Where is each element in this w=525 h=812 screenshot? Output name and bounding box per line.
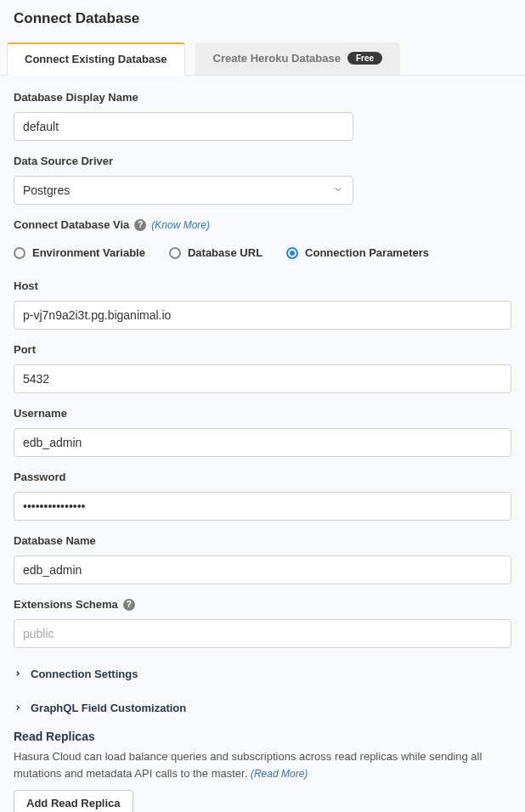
port-input[interactable] xyxy=(14,364,511,393)
tab-create-heroku-label: Create Heroku Database xyxy=(213,52,341,65)
radio-env-var[interactable]: Environment Variable xyxy=(14,246,145,259)
display-name-label: Database Display Name xyxy=(14,91,511,104)
ext-schema-input[interactable] xyxy=(14,619,511,648)
add-read-replica-button[interactable]: Add Read Replica xyxy=(14,790,133,812)
read-more-link[interactable]: (Read More) xyxy=(251,768,308,780)
driver-select[interactable]: Postgres xyxy=(14,176,353,205)
radio-icon xyxy=(14,247,25,259)
username-input[interactable] xyxy=(14,428,511,457)
host-input[interactable] xyxy=(14,301,511,330)
chevron-right-icon xyxy=(14,667,22,680)
connect-via-label: Connect Database Via xyxy=(14,218,129,231)
port-label: Port xyxy=(14,343,511,356)
password-input[interactable] xyxy=(14,492,511,521)
know-more-link[interactable]: (Know More) xyxy=(151,219,210,231)
help-icon[interactable]: ? xyxy=(134,219,146,231)
radio-db-url[interactable]: Database URL xyxy=(169,246,262,259)
chevron-right-icon xyxy=(14,701,22,714)
radio-db-url-label: Database URL xyxy=(188,246,262,259)
help-icon[interactable]: ? xyxy=(123,599,135,611)
read-replicas-desc: Hasura Cloud can load balance queries an… xyxy=(14,748,511,781)
dbname-label: Database Name xyxy=(14,534,511,547)
display-name-input[interactable] xyxy=(14,112,353,141)
tab-connect-existing[interactable]: Connect Existing Database xyxy=(7,42,185,76)
page-title: Connect Database xyxy=(14,10,511,27)
tab-create-heroku[interactable]: Create Heroku Database Free xyxy=(195,42,400,75)
gql-customization-toggle[interactable]: GraphQL Field Customization xyxy=(14,696,511,719)
tab-connect-existing-label: Connect Existing Database xyxy=(25,53,167,65)
radio-icon xyxy=(286,247,298,259)
gql-customization-label: GraphQL Field Customization xyxy=(31,702,186,714)
radio-icon xyxy=(169,247,181,259)
driver-label: Data Source Driver xyxy=(14,155,511,167)
host-label: Host xyxy=(14,279,511,292)
tabs-row: Connect Existing Database Create Heroku … xyxy=(0,31,525,76)
radio-conn-params-label: Connection Parameters xyxy=(305,246,429,259)
dbname-input[interactable] xyxy=(14,555,511,584)
password-label: Password xyxy=(14,471,511,483)
connection-settings-label: Connection Settings xyxy=(31,668,138,680)
connection-settings-toggle[interactable]: Connection Settings xyxy=(14,662,511,685)
read-replicas-title: Read Replicas xyxy=(14,730,511,743)
username-label: Username xyxy=(14,407,511,420)
heroku-free-badge: Free xyxy=(347,52,382,65)
ext-schema-label: Extensions Schema xyxy=(14,598,118,611)
radio-env-var-label: Environment Variable xyxy=(32,246,145,259)
radio-conn-params[interactable]: Connection Parameters xyxy=(286,246,429,259)
